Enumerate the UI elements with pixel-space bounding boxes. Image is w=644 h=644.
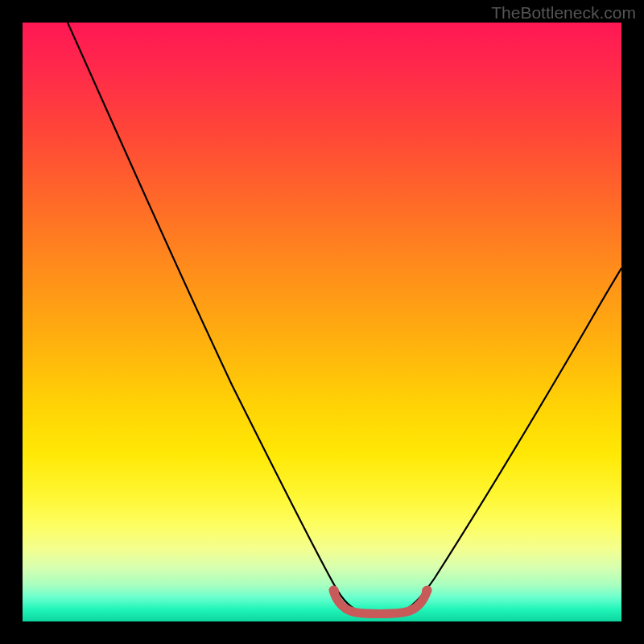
curve-layer bbox=[23, 23, 621, 621]
watermark-text: TheBottleneck.com bbox=[491, 3, 636, 23]
optimal-zone-marker bbox=[333, 590, 427, 614]
plot-area bbox=[23, 23, 621, 621]
marker-dot-right bbox=[422, 586, 431, 596]
bottleneck-curve bbox=[68, 23, 621, 612]
marker-dot-left bbox=[329, 586, 339, 596]
chart-container: TheBottleneck.com bbox=[0, 0, 644, 644]
